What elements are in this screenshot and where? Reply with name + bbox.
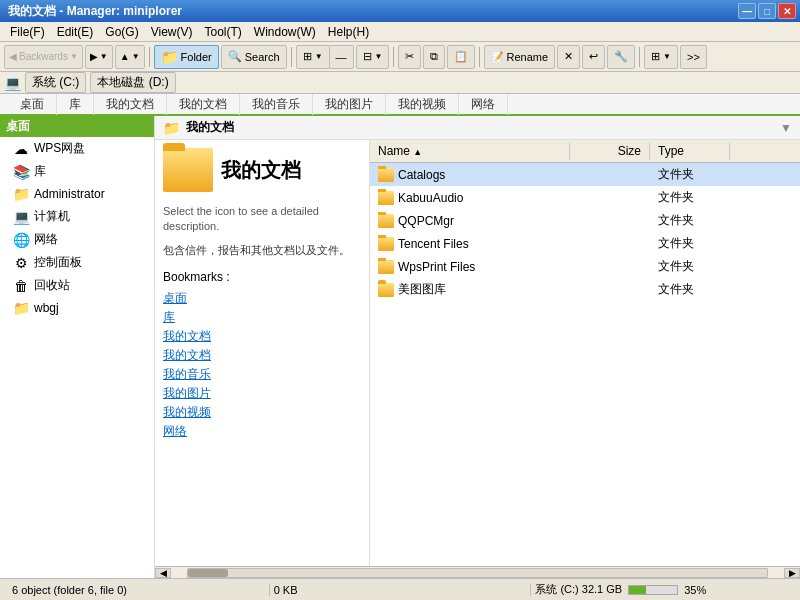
content-header-dropdown[interactable]: ▼ <box>780 121 792 135</box>
up-button[interactable]: ▲ ▼ <box>115 45 145 69</box>
folder-icon-3 <box>378 237 394 251</box>
grid-button[interactable]: ⊞ ▼ <box>644 45 678 69</box>
sidebar-item-admin[interactable]: 📁 Administrator <box>0 183 154 205</box>
folder-button[interactable]: 📁 Folder <box>154 45 219 69</box>
sidebar-label-library: 库 <box>34 163 46 180</box>
preview-bookmark-5[interactable]: 我的图片 <box>163 385 361 402</box>
sidebar-item-library[interactable]: 📚 库 <box>0 160 154 183</box>
cut-button[interactable]: ✂ <box>398 45 421 69</box>
more-button[interactable]: >> <box>680 45 707 69</box>
content-header: 📁 我的文档 ▼ <box>155 116 800 140</box>
title-text: 我的文档 - Manager: miniplorer <box>8 3 182 20</box>
col-header-size[interactable]: Size <box>570 142 650 160</box>
col-name-label: Name <box>378 144 410 158</box>
sidebar-item-controlpanel[interactable]: ⚙ 控制面板 <box>0 251 154 274</box>
local-d-label[interactable]: 本地磁盘 (D:) <box>90 72 175 93</box>
col-type-label: Type <box>658 144 684 158</box>
bookmarks-tab-6[interactable]: 我的视频 <box>386 94 459 115</box>
bookmarks-tab-1[interactable]: 库 <box>57 94 94 115</box>
bookmarks-tab-0[interactable]: 桌面 <box>8 94 57 115</box>
rename-icon: 📝 <box>491 51 503 62</box>
main-content: 桌面 ☁ WPS网盘 📚 库 📁 Administrator 💻 计算机 🌐 网… <box>0 116 800 578</box>
window-controls: — □ ✕ <box>738 3 796 19</box>
folder-icon-4 <box>378 260 394 274</box>
sidebar-item-computer[interactable]: 💻 计算机 <box>0 205 154 228</box>
file-type-3: 文件夹 <box>650 233 730 254</box>
preview-cn-description: 包含信件，报告和其他文档以及文件。 <box>163 243 361 258</box>
preview-bookmark-7[interactable]: 网络 <box>163 423 361 440</box>
minus-icon: — <box>336 51 347 63</box>
bookmarks-tab-7[interactable]: 网络 <box>459 94 508 115</box>
preview-bookmark-0[interactable]: 桌面 <box>163 290 361 307</box>
table-row[interactable]: 美图图库 文件夹 <box>370 278 800 301</box>
col-header-name[interactable]: Name ▲ <box>370 142 570 160</box>
preview-title: 我的文档 <box>221 157 301 184</box>
bookmarks-tab-3[interactable]: 我的文档 <box>167 94 240 115</box>
bookmarks-tab-5[interactable]: 我的图片 <box>313 94 386 115</box>
sidebar-item-recycle[interactable]: 🗑 回收站 <box>0 274 154 297</box>
rename-label: Rename <box>506 51 548 63</box>
menu-view[interactable]: View(V) <box>145 24 199 40</box>
system-c-label[interactable]: 系统 (C:) <box>25 72 86 93</box>
bookmarks-tab-4[interactable]: 我的音乐 <box>240 94 313 115</box>
col-header-type[interactable]: Type <box>650 142 730 160</box>
minimize-button[interactable]: — <box>738 3 756 19</box>
sidebar-header: 桌面 <box>0 116 154 137</box>
network-icon: 🌐 <box>12 232 30 248</box>
content-folder-icon: 📁 <box>163 120 180 136</box>
view-dropdown-3: ▼ <box>375 52 383 61</box>
preview-bookmark-4[interactable]: 我的音乐 <box>163 366 361 383</box>
bookmarks-bar: 桌面 库 我的文档 我的文档 我的音乐 我的图片 我的视频 网络 <box>0 94 800 116</box>
table-row[interactable]: QQPCMgr 文件夹 <box>370 209 800 232</box>
file-type-2: 文件夹 <box>650 210 730 231</box>
sidebar-label-wps: WPS网盘 <box>34 140 85 157</box>
search-label: Search <box>245 51 280 63</box>
undo-button[interactable]: ↩ <box>582 45 605 69</box>
file-name-0: Catalogs <box>370 166 570 184</box>
view-button-1[interactable]: ⊞ ▼ <box>296 45 330 69</box>
scrollbar-thumb[interactable] <box>188 569 228 577</box>
menu-edit[interactable]: Edit(E) <box>51 24 100 40</box>
view-icon-3: ⊟ <box>363 50 372 63</box>
menu-file[interactable]: File(F) <box>4 24 51 40</box>
sidebar-item-wbgj[interactable]: 📁 wbgj <box>0 297 154 319</box>
search-button[interactable]: 🔍 Search <box>221 45 287 69</box>
menu-help[interactable]: Help(H) <box>322 24 375 40</box>
forward-button[interactable]: ▶ ▼ <box>85 45 113 69</box>
delete-button[interactable]: ✕ <box>557 45 580 69</box>
maximize-button[interactable]: □ <box>758 3 776 19</box>
bookmarks-tab-2[interactable]: 我的文档 <box>94 94 167 115</box>
properties-button[interactable]: 🔧 <box>607 45 635 69</box>
separator-2 <box>291 47 292 67</box>
table-row[interactable]: KabuuAudio 文件夹 <box>370 186 800 209</box>
close-button[interactable]: ✕ <box>778 3 796 19</box>
copy-button[interactable]: ⧉ <box>423 45 445 69</box>
sidebar: 桌面 ☁ WPS网盘 📚 库 📁 Administrator 💻 计算机 🌐 网… <box>0 116 155 578</box>
sidebar-item-network[interactable]: 🌐 网络 <box>0 228 154 251</box>
preview-bookmark-1[interactable]: 库 <box>163 309 361 326</box>
preview-bookmark-3[interactable]: 我的文档 <box>163 347 361 364</box>
menu-go[interactable]: Go(G) <box>99 24 144 40</box>
content-area: 📁 我的文档 ▼ 我的文档 Select the icon to see a d… <box>155 116 800 578</box>
table-row[interactable]: Catalogs 文件夹 <box>370 163 800 186</box>
preview-bookmark-2[interactable]: 我的文档 <box>163 328 361 345</box>
table-row[interactable]: WpsPrint Files 文件夹 <box>370 255 800 278</box>
back-button[interactable]: ◀ Backwards ▼ <box>4 45 83 69</box>
scroll-left-btn[interactable]: ◀ <box>155 568 171 578</box>
horizontal-scrollbar[interactable]: ◀ ▶ <box>155 566 800 578</box>
paste-button[interactable]: 📋 <box>447 45 475 69</box>
rename-button[interactable]: 📝 Rename <box>484 45 555 69</box>
menu-tool[interactable]: Tool(T) <box>199 24 248 40</box>
disk-percent: 35% <box>684 584 706 596</box>
sidebar-label-network: 网络 <box>34 231 58 248</box>
table-row[interactable]: Tencent Files 文件夹 <box>370 232 800 255</box>
menu-window[interactable]: Window(W) <box>248 24 322 40</box>
preview-bookmark-6[interactable]: 我的视频 <box>163 404 361 421</box>
sidebar-item-wps[interactable]: ☁ WPS网盘 <box>0 137 154 160</box>
sidebar-label-wbgj: wbgj <box>34 301 59 315</box>
view-button-3[interactable]: ⊟ ▼ <box>356 45 390 69</box>
view-button-2[interactable]: — <box>329 45 354 69</box>
menu-bar: File(F) Edit(E) Go(G) View(V) Tool(T) Wi… <box>0 22 800 42</box>
control-panel-icon: ⚙ <box>12 255 30 271</box>
scroll-right-btn[interactable]: ▶ <box>784 568 800 578</box>
